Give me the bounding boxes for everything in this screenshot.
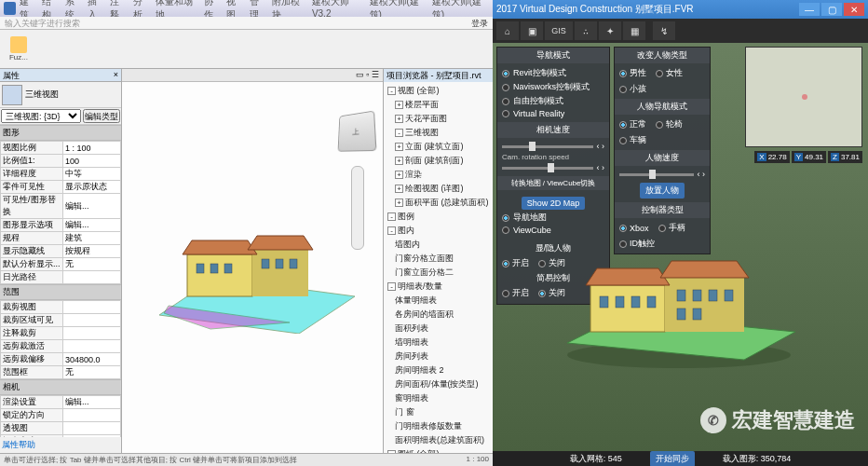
revit-3d-model[interactable] [159,212,355,334]
map-switch-option[interactable]: ViewCube [502,225,604,236]
tree-node[interactable]: 房间列表 [386,350,491,363]
tool-grid-icon[interactable]: ▦ [623,21,645,40]
property-row[interactable]: 详细程度中等 [1,168,121,181]
expand-icon[interactable]: - [395,129,403,137]
property-row[interactable]: 显示隐藏线按规程 [1,245,121,258]
expand-icon[interactable]: + [395,101,403,109]
cam-rot-slider[interactable] [502,167,593,170]
tree-node[interactable]: -三维视图 [386,126,491,140]
vdc-3d-model[interactable] [558,239,800,369]
viewcube[interactable]: 上 [338,111,377,152]
tree-node[interactable]: 各房间的墙面积 [386,308,491,322]
tool-gis-button[interactable]: GIS [545,21,573,40]
close-icon[interactable]: × [114,70,118,80]
simple-ctrl-option[interactable]: 开启 [502,287,529,299]
expand-icon[interactable]: + [395,171,403,179]
maximize-button[interactable]: ▢ [821,3,842,16]
cam-speed-slider[interactable] [502,145,593,148]
avatar-type-option[interactable]: 男性 [619,67,646,79]
vdc-viewport[interactable]: 导航模式 Revit控制模式Navisworks控制模式自由控制模式Virtua… [493,43,868,451]
tree-node[interactable]: 门窗分格立面图 [386,252,491,266]
start-sync-button[interactable]: 开始同步 [650,451,695,467]
tree-node[interactable]: +渲染 [386,168,491,182]
edit-type-button[interactable]: 编辑类型 [83,109,120,123]
tree-node[interactable]: 房间面积/体量(按类型) [386,377,491,391]
controller-option[interactable]: 手柄 [658,222,685,234]
property-row[interactable]: 裁剪视图 [1,301,121,314]
property-row[interactable]: 图形显示选项编辑... [1,219,121,232]
tree-node[interactable]: +剖面 (建筑剖面) [386,154,491,168]
avatar-nav-option[interactable]: 轮椅 [656,118,683,130]
revit-viewport[interactable]: ▭ ▫ ☰ 上 [122,69,383,453]
tree-node[interactable]: -明细表/数量 [386,280,491,294]
minimize-button[interactable]: — [799,3,820,16]
nav-mode-option[interactable]: Navisworks控制模式 [502,80,604,94]
minimap[interactable] [745,47,862,147]
property-row[interactable]: 透视图 [1,422,121,435]
avatar-type-option[interactable]: 小孩 [619,83,646,95]
avatar-speed-slider[interactable] [619,173,694,176]
tool-puzzle-icon[interactable]: ✦ [599,21,621,40]
login-button[interactable]: 登录 [467,17,493,29]
nav-mode-option[interactable]: 自由控制模式 [502,94,604,108]
property-row[interactable]: 比例值1:100 [1,155,121,168]
tool-tree-icon[interactable]: ⛬ [575,21,597,40]
map-switch-option[interactable]: 导航地图 [502,211,604,225]
tree-node[interactable]: 门明细表修版数量 [386,419,491,433]
expand-icon[interactable]: + [395,199,403,207]
properties-help-link[interactable]: 属性帮助 [2,440,35,449]
properties-grid[interactable]: 图形视图比例1 : 100比例值1:100详细程度中等零件可见性显示原状态可见性… [0,125,121,437]
expand-icon[interactable]: + [395,143,403,151]
tool-box-icon[interactable]: ▣ [521,21,543,40]
tool-path-icon[interactable]: ↯ [653,21,675,40]
tree-node[interactable]: -图例 [386,210,491,224]
tree-node[interactable]: 面积列表 [386,322,491,336]
tree-node[interactable]: +面积平面 (总建筑面积) [386,196,491,210]
tree-node[interactable]: 门窗立面分格二 [386,266,491,280]
nav-mode-option[interactable]: Revit控制模式 [502,66,604,80]
viewport-opts-icon[interactable]: ▭ ▫ ☰ [356,70,379,80]
navigation-bar[interactable] [351,166,364,250]
tree-node[interactable]: 体量明细表 [386,294,491,308]
tree-node[interactable]: -图内 [386,224,491,238]
property-row[interactable]: 裁剪区域可见 [1,314,121,327]
expand-icon[interactable]: - [387,226,396,235]
view-selector[interactable]: 三维视图: {3D} [1,109,81,123]
property-row[interactable]: 范围框无 [1,366,121,379]
property-row[interactable]: 默认分析显示...无 [1,258,121,271]
tree-node[interactable]: 墙明细表 [386,336,491,350]
tree-node[interactable]: 房间明细表 2 [386,363,491,377]
place-avatar-button[interactable]: 放置人物 [640,183,685,199]
property-row[interactable]: 远剪裁激活 [1,340,121,353]
property-row[interactable]: 可见性/图形替换编辑... [1,194,121,219]
property-row[interactable]: 规程建筑 [1,232,121,245]
tree-node[interactable]: 门 窗 [386,405,491,419]
tree-node[interactable]: +立面 (建筑立面) [386,140,491,154]
expand-icon[interactable]: + [395,115,403,123]
tool-home-icon[interactable]: ⌂ [496,21,519,40]
expand-icon[interactable]: - [387,212,396,221]
tree-node[interactable]: 窗明细表 [386,391,491,405]
property-row[interactable]: 注释裁剪 [1,327,121,340]
nav-mode-option[interactable]: Virtual Reality [502,108,604,119]
property-group-header[interactable]: 相机 [0,379,121,395]
property-row[interactable]: 日光路径 [1,271,121,284]
avatar-nav-option[interactable]: 车辆 [619,134,646,146]
expand-icon[interactable]: - [387,282,396,291]
expand-icon[interactable]: + [395,185,403,193]
close-button[interactable]: ✕ [844,3,864,16]
property-row[interactable]: 远剪裁偏移304800.0 [1,353,121,366]
project-browser-tree[interactable]: -视图 (全部)+楼层平面+天花平面图-三维视图+立面 (建筑立面)+剖面 (建… [384,82,493,453]
expand-icon[interactable]: + [395,157,403,165]
ribbon-button-fuzor[interactable]: Fuz... [6,34,32,65]
property-row[interactable]: 零件可见性显示原状态 [1,181,121,194]
property-row[interactable]: 锁定的方向 [1,409,121,422]
property-row[interactable]: 渲染设置编辑... [1,396,121,409]
tree-node[interactable]: 墙图内 [386,238,491,252]
expand-icon[interactable]: - [387,87,396,95]
property-group-header[interactable]: 范围 [0,284,121,300]
property-row[interactable]: 视图比例1 : 100 [1,142,121,155]
tree-node[interactable]: 面积明细表(总建筑面积) [386,433,491,447]
search-input[interactable]: 输入关键字进行搜索 [0,17,467,29]
tree-node[interactable]: +绘图视图 (详图) [386,182,491,196]
